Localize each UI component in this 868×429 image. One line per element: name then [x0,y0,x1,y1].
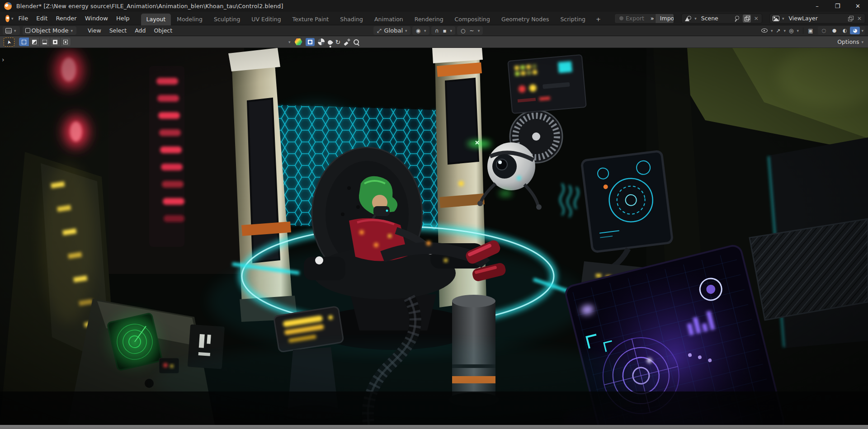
scene-name-field[interactable]: Scene [699,15,731,22]
refresh-globe-icon[interactable]: ↻ [335,38,341,46]
options-label: Options [837,38,859,45]
menu-select[interactable]: Select [105,26,131,35]
blender-logo-icon [4,2,12,10]
menu-add[interactable]: Add [131,26,150,35]
menu-help[interactable]: Help [112,13,134,24]
viewport-header: ▾ Object Mode ▾ View Select Add Object ⤢… [0,25,868,36]
gizmos-toggle[interactable]: ↗ [775,27,782,35]
pie-shading-icon[interactable] [318,38,325,45]
scene-selector: ▾ Scene ✕ [681,14,762,24]
proportional-edit-icon: ○ [459,27,467,35]
cursor-icon: ➤ [6,39,13,45]
transform-settings-group: ⤢ Global ▾ ◉ ▾ ∩ ▪ ▾ ○ ~ ▾ [373,26,483,35]
menu-file[interactable]: File [14,13,32,24]
shading-wireframe-button[interactable]: ◌ [819,27,829,34]
scene-render [0,48,868,425]
tab-scripting[interactable]: Scripting [555,14,591,25]
export-icon [619,16,623,20]
toolbar-expand-icon[interactable]: › [2,56,5,63]
tab-sculpting[interactable]: Sculpting [208,14,245,25]
select-mode-invert[interactable] [50,38,60,46]
select-mode-extend[interactable] [29,38,39,46]
shading-rendered-button[interactable]: ◕ [850,27,860,34]
proportional-edit-group[interactable]: ○ ~ ▾ [457,26,483,35]
editor-type-button[interactable]: ▾ [3,26,20,35]
material-color-icon[interactable] [295,38,302,45]
tool-quick-icons: ▾ ↻ [288,38,359,46]
select-mode-set[interactable] [19,38,29,46]
falloff-icon: ~ [468,27,476,35]
tab-layout[interactable]: Layout [141,14,171,25]
pin-icon[interactable] [734,15,740,22]
tab-compositing[interactable]: Compositing [449,14,495,25]
minimize-button[interactable]: – [807,0,827,12]
brush-icon[interactable] [344,39,350,45]
active-select-icon[interactable] [306,38,315,46]
new-scene-icon[interactable] [743,14,751,23]
editor-type-icon [5,28,12,33]
tab-modeling[interactable]: Modeling [171,14,208,25]
close-button[interactable]: ✕ [848,0,868,12]
blender-menu-caret-icon[interactable]: ▾ [11,16,14,21]
pipeline-chevrons-icon: » [649,15,655,22]
tab-geometry-nodes[interactable]: Geometry Nodes [496,14,554,25]
maximize-button[interactable]: ❐ [827,0,848,12]
shading-solid-button[interactable]: ● [829,27,839,34]
eye-icon [761,28,768,33]
tab-uv-editing[interactable]: UV Editing [246,14,286,25]
pivot-point-dropdown[interactable]: ◉ ▾ [412,26,429,35]
pivot-icon: ◉ [415,27,422,35]
object-mode-icon [25,28,30,33]
menu-view[interactable]: View [84,26,105,35]
tab-rendering[interactable]: Rendering [409,14,449,25]
active-tool-select-box[interactable]: ➤ [4,38,14,47]
shading-mode-group: ◌ ● ◐ ◕ ▾ [818,26,865,35]
export-button[interactable]: Export [615,14,649,24]
unlink-scene-icon[interactable]: ✕ [753,15,760,22]
topbar: ▾ File Edit Render Window Help Layout Mo… [0,12,868,25]
select-mode-intersect[interactable] [61,38,71,46]
blender-window: Blender* [Z:\New energy source\FILE_Anim… [0,0,868,429]
shading-material-button[interactable]: ◐ [840,27,849,34]
window-title: Blender* [Z:\New energy source\FILE_Anim… [16,3,283,9]
status-bar [0,425,868,429]
fluid-drop-icon[interactable] [326,39,333,45]
magnet-icon: ∩ [434,27,440,35]
view-layer-icon[interactable] [773,16,779,21]
new-view-layer-icon[interactable] [847,15,854,22]
tool-settings-header: ➤ ▾ ↻ Options ▾ [0,36,868,48]
menu-window[interactable]: Window [81,13,112,24]
add-workspace-button[interactable]: + [591,14,605,25]
view-layer-caret-icon[interactable]: ▾ [782,16,784,21]
select-mode-subtract[interactable] [40,38,50,46]
mode-label: Object Mode [32,27,69,34]
blender-menu-icon[interactable] [5,15,9,22]
overlays-toggle[interactable]: ◎ [788,27,795,35]
remove-view-layer-icon[interactable]: ✕ [856,15,863,22]
workspace-tabs: Layout Modeling Sculpting UV Editing Tex… [141,12,605,25]
orientation-icon: ⤢ [376,27,383,35]
tool-options[interactable]: Options ▾ [837,38,864,45]
snap-target-icon: ▪ [441,27,448,35]
tab-texture-paint[interactable]: Texture Paint [287,14,335,25]
search-icon[interactable] [353,39,359,45]
scene-browse-caret-icon[interactable]: ▾ [694,16,697,21]
tab-animation[interactable]: Animation [369,14,409,25]
scene-icon[interactable] [684,15,692,22]
menu-edit[interactable]: Edit [32,13,52,24]
select-mode-group [19,38,71,46]
tab-shading[interactable]: Shading [335,14,368,25]
snap-group[interactable]: ∩ ▪ ▾ [431,26,455,35]
viewport-canvas[interactable]: › [0,48,868,425]
orientation-dropdown[interactable]: ⤢ Global ▾ [373,26,410,35]
mode-dropdown[interactable]: Object Mode ▾ [23,26,76,35]
visibility-toggle[interactable] [760,28,769,33]
view-layer-name-field[interactable]: ViewLayer [787,15,845,22]
menu-object[interactable]: Object [150,26,176,35]
title-bar: Blender* [Z:\New energy source\FILE_Anim… [0,0,868,12]
import-button[interactable]: Import [655,14,674,24]
menu-render[interactable]: Render [52,13,80,24]
pipeline-button-group: Export » Import ↓ Manual [614,14,674,24]
xray-toggle[interactable]: ▣ [807,27,814,35]
view-layer-selector: ▾ ViewLayer ✕ [769,14,865,24]
